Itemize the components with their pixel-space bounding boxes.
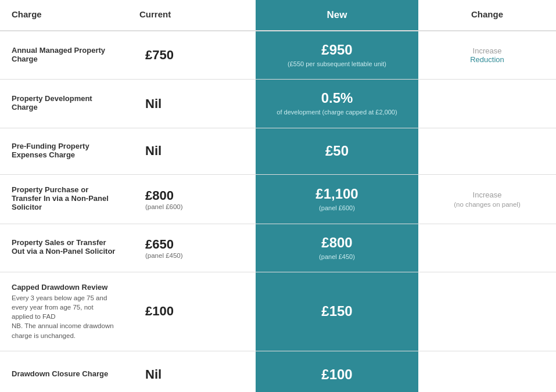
current-amount-property-sales: £650: [145, 237, 174, 252]
change-note-property-purchase: (no changes on panel): [454, 201, 520, 208]
table-container: Charge Current New Change Annual Managed…: [0, 0, 556, 392]
current-amount-annual-managed: £750: [145, 48, 174, 63]
change-cell-capped-drawdown: [418, 272, 556, 350]
header-change: Change: [418, 0, 556, 30]
table-header: Charge Current New Change: [0, 0, 556, 31]
charge-title-property-development: Property Development Charge: [12, 94, 116, 112]
new-cell-pre-funding: £50: [256, 128, 418, 174]
charge-cell-property-sales: Property Sales or Transfer Out via a Non…: [0, 224, 128, 272]
change-sub-annual-managed: Reduction: [470, 55, 504, 64]
table-row: Pre-Funding Property Expenses Charge Nil…: [0, 128, 556, 175]
change-main-annual-managed: Increase: [473, 46, 502, 55]
current-amount-pre-funding: Nil: [145, 143, 162, 159]
new-cell-property-sales: £800(panel £450): [256, 224, 418, 272]
current-cell-property-development: Nil: [128, 80, 256, 127]
current-cell-capped-drawdown: £100: [128, 272, 256, 350]
change-main-property-purchase: Increase: [473, 190, 502, 199]
charge-title-property-sales: Property Sales or Transfer Out via a Non…: [12, 238, 116, 256]
table-body: Annual Managed Property Charge £750 £950…: [0, 31, 556, 392]
current-amount-drawdown-closure: Nil: [145, 367, 162, 382]
new-amount-capped-drawdown: £150: [321, 303, 352, 319]
new-sub-property-sales: (panel £450): [319, 253, 355, 261]
change-cell-pre-funding: [418, 128, 556, 174]
charge-title-capped-drawdown: Capped Drawdown Review: [12, 283, 116, 292]
change-cell-property-purchase: Increase(no changes on panel): [418, 175, 556, 224]
table-row: Capped Drawdown ReviewEvery 3 years belo…: [0, 272, 556, 351]
charge-cell-pre-funding: Pre-Funding Property Expenses Charge: [0, 128, 128, 174]
charge-cell-annual-managed: Annual Managed Property Charge: [0, 31, 128, 79]
change-cell-drawdown-closure: [418, 351, 556, 392]
new-sub-property-purchase: (panel £600): [319, 204, 355, 213]
new-sub-annual-managed: (£550 per subsequent lettable unit): [288, 60, 386, 69]
header-current: Current: [128, 0, 256, 30]
charge-cell-drawdown-closure: Drawdown Closure Charge: [0, 351, 128, 392]
charge-title-property-purchase: Property Purchase or Transfer In via a N…: [12, 185, 116, 211]
current-amount-capped-drawdown: £100: [145, 304, 174, 319]
change-cell-property-development: [418, 80, 556, 127]
new-amount-property-purchase: £1,100: [315, 186, 358, 202]
header-charge: Charge: [0, 0, 128, 30]
change-cell-property-sales: [418, 224, 556, 272]
new-sub-property-development: of development (charge capped at £2,000): [277, 108, 397, 117]
new-amount-annual-managed: £950: [321, 42, 352, 58]
charge-sub-capped-drawdown: Every 3 years below age 75 and every yea…: [12, 293, 116, 321]
current-cell-property-sales: £650(panel £450): [128, 224, 256, 272]
table-row: Property Purchase or Transfer In via a N…: [0, 175, 556, 224]
charge-title-pre-funding: Pre-Funding Property Expenses Charge: [12, 142, 116, 159]
table-row: Property Sales or Transfer Out via a Non…: [0, 224, 556, 272]
charge-title-annual-managed: Annual Managed Property Charge: [12, 46, 116, 63]
charge-title-drawdown-closure: Drawdown Closure Charge: [12, 369, 116, 378]
new-cell-capped-drawdown: £150: [256, 272, 418, 350]
header-new: New: [256, 0, 418, 30]
new-amount-pre-funding: £50: [325, 143, 349, 159]
current-amount-property-purchase: £800: [145, 188, 174, 203]
new-cell-drawdown-closure: £100: [256, 351, 418, 392]
current-amount-property-development: Nil: [145, 96, 162, 112]
charge-cell-property-development: Property Development Charge: [0, 80, 128, 127]
charge-cell-capped-drawdown: Capped Drawdown ReviewEvery 3 years belo…: [0, 272, 128, 350]
current-cell-drawdown-closure: Nil: [128, 351, 256, 392]
new-cell-property-purchase: £1,100(panel £600): [256, 175, 418, 224]
current-cell-pre-funding: Nil: [128, 128, 256, 174]
table-row: Annual Managed Property Charge £750 £950…: [0, 31, 556, 80]
new-amount-property-sales: £800: [321, 235, 352, 251]
new-amount-drawdown-closure: £100: [321, 366, 352, 383]
current-cell-annual-managed: £750: [128, 31, 256, 79]
charge-sub-capped-drawdown: NB. The annual income drawdown charge is…: [12, 321, 116, 340]
new-cell-property-development: 0.5%of development (charge capped at £2,…: [256, 80, 418, 127]
new-amount-property-development: 0.5%: [321, 90, 353, 106]
table-row: Drawdown Closure Charge Nil £100: [0, 351, 556, 392]
charge-cell-property-purchase: Property Purchase or Transfer In via a N…: [0, 175, 128, 224]
table-row: Property Development Charge Nil 0.5%of d…: [0, 80, 556, 128]
current-sub-property-purchase: (panel £600): [145, 203, 183, 210]
current-cell-property-purchase: £800(panel £600): [128, 175, 256, 224]
change-cell-annual-managed: IncreaseReduction: [418, 31, 556, 79]
current-sub-property-sales: (panel £450): [145, 252, 183, 259]
new-cell-annual-managed: £950(£550 per subsequent lettable unit): [256, 31, 418, 79]
